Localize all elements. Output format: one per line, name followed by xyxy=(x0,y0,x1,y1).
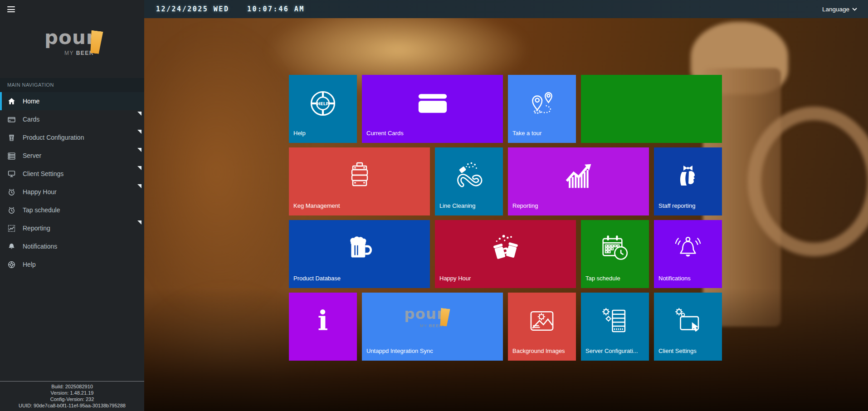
datetime-display: 12/24/2025 WED 10:07:46 AM xyxy=(156,5,305,13)
submenu-caret-icon xyxy=(137,166,141,170)
tile-label: Product Database xyxy=(289,275,430,288)
waiter-icon xyxy=(654,147,722,202)
tile-label: Line Cleaning xyxy=(435,202,503,215)
calendar-clock-icon xyxy=(581,220,649,275)
language-dropdown[interactable]: Language xyxy=(822,6,857,13)
tile-label xyxy=(581,130,722,143)
logo-word: pour xyxy=(44,26,96,49)
submenu-caret-icon xyxy=(137,112,141,116)
submenu-caret-icon xyxy=(137,130,141,134)
tile-background-images[interactable]: Background Images xyxy=(508,293,576,361)
chevron-down-icon xyxy=(852,8,857,11)
tile-label: Take a tour xyxy=(508,130,576,143)
alarm-clock-icon xyxy=(8,206,15,214)
cheers-mugs-icon xyxy=(435,220,576,275)
tile-info[interactable]: i xyxy=(289,293,357,361)
tile-keg-management[interactable]: Keg Management xyxy=(289,147,430,215)
tile-label: Client Settings xyxy=(654,347,722,361)
beer-mug-icon xyxy=(289,220,430,275)
tile-label: Tap schedule xyxy=(581,275,649,288)
monitor-icon xyxy=(8,170,15,178)
uuid-line: UUID: 90de7ca8-b0f1-11ef-95aa-30138b7952… xyxy=(0,402,144,409)
tile-label: Current Cards xyxy=(362,130,503,143)
build-info: Build: 2025082910 Version: 1.48.21.19 Co… xyxy=(0,381,144,409)
tile-take-a-tour[interactable]: Take a tour xyxy=(508,75,576,143)
config-version-line: Config-Version: 232 xyxy=(0,396,144,402)
pourmybeer-logo: pour MY BEER xyxy=(44,28,117,66)
sidebar-item-home[interactable]: Home xyxy=(0,92,144,110)
image-gear-icon xyxy=(508,293,576,347)
submenu-caret-icon xyxy=(137,220,141,225)
tile-help[interactable]: HELP Help xyxy=(289,75,357,143)
credit-card-icon xyxy=(8,116,15,123)
background-highlight xyxy=(144,27,303,318)
sidebar: pour MY BEER MAIN NAVIGATION Home Cards … xyxy=(0,0,144,411)
svg-text:HELP: HELP xyxy=(317,101,329,106)
map-pins-route-icon xyxy=(508,75,576,130)
tile-reporting[interactable]: Reporting xyxy=(508,147,649,215)
tile-label: Happy Hour xyxy=(435,275,576,288)
tile-label: Keg Management xyxy=(289,202,430,215)
credit-card-icon xyxy=(362,75,503,130)
version-line: Version: 1.48.21.19 xyxy=(0,390,144,396)
date-text: 12/24/2025 WED xyxy=(156,5,229,13)
tile-product-database[interactable]: Product Database xyxy=(289,220,430,288)
sidebar-item-tap-schedule[interactable]: Tap schedule xyxy=(0,201,144,219)
alarm-clock-icon xyxy=(8,188,15,196)
chart-icon xyxy=(8,225,15,232)
tile-label xyxy=(289,347,357,361)
server-gears-icon xyxy=(581,293,649,347)
sidebar-item-reporting[interactable]: Reporting xyxy=(0,219,144,237)
menu-toggle-icon[interactable] xyxy=(7,6,15,12)
tile-label: Reporting xyxy=(508,202,649,215)
tile-server-configuration[interactable]: Server Configurati... xyxy=(581,293,649,361)
beer-glass-icon xyxy=(8,134,15,142)
tile-label: Untappd Integration Sync xyxy=(362,347,503,361)
tile-label: Notifications xyxy=(654,275,722,288)
main-navigation: Home Cards Product Configuration Server … xyxy=(0,92,144,274)
background-highlight xyxy=(144,290,307,411)
tile-notifications[interactable]: Notifications xyxy=(654,220,722,288)
language-label: Language xyxy=(822,6,849,13)
pour-logo: pour MY BEER xyxy=(362,293,503,347)
tile-untappd-integration-sync[interactable]: pour MY BEER Untappd Integration Sync xyxy=(362,293,503,361)
tile-tap-schedule[interactable]: Tap schedule xyxy=(581,220,649,288)
bell-icon xyxy=(654,220,722,275)
life-ring-icon xyxy=(8,261,15,269)
sidebar-item-notifications[interactable]: Notifications xyxy=(0,237,144,255)
beer-mug-handle xyxy=(747,107,868,256)
tile-line-cleaning[interactable]: Line Cleaning xyxy=(435,147,503,215)
tile-label: Staff reporting xyxy=(654,202,722,215)
tile-staff-reporting[interactable]: Staff reporting xyxy=(654,147,722,215)
tile-happy-hour[interactable]: Happy Hour xyxy=(435,220,576,288)
nav-section-header: MAIN NAVIGATION xyxy=(0,78,144,92)
submenu-caret-icon xyxy=(137,148,141,152)
logo-subtitle: MY BEER xyxy=(64,50,94,56)
keg-icon xyxy=(289,147,430,202)
top-bar: 12/24/2025 WED 10:07:46 AM Language xyxy=(144,0,868,18)
sidebar-item-happy-hour[interactable]: Happy Hour xyxy=(0,183,144,201)
info-icon: i xyxy=(289,293,357,347)
time-text: 10:07:46 AM xyxy=(247,5,305,13)
server-icon xyxy=(8,152,15,160)
home-icon xyxy=(8,98,15,105)
sidebar-item-product-configuration[interactable]: Product Configuration xyxy=(0,128,144,147)
empty-tile xyxy=(581,75,722,130)
tile-label: Server Configurati... xyxy=(581,347,649,361)
submenu-caret-icon xyxy=(137,184,141,188)
tile-label: Help xyxy=(289,130,357,143)
svg-text:i: i xyxy=(318,305,328,337)
sidebar-item-client-settings[interactable]: Client Settings xyxy=(0,165,144,183)
bar-chart-arrow-icon xyxy=(508,147,649,202)
tile-label: Background Images xyxy=(508,347,576,361)
tile-client-settings[interactable]: Client Settings xyxy=(654,293,722,361)
tile-grid: HELP Help Current Cards Take a tour xyxy=(289,75,722,361)
sidebar-item-server[interactable]: Server xyxy=(0,147,144,165)
tablet-gears-icon xyxy=(654,293,722,347)
bell-icon xyxy=(8,243,15,250)
tile-current-cards[interactable]: Current Cards xyxy=(362,75,503,143)
tile-empty-green[interactable] xyxy=(581,75,722,143)
sidebar-item-cards[interactable]: Cards xyxy=(0,110,144,128)
build-line: Build: 2025082910 xyxy=(0,383,144,390)
sidebar-item-help[interactable]: Help xyxy=(0,255,144,274)
